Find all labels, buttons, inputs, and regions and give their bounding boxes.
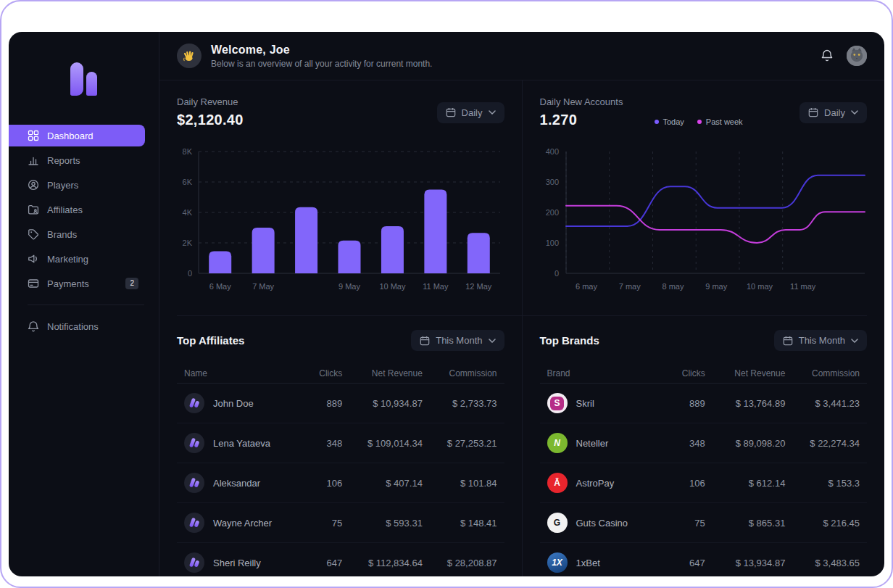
svg-text:8K: 8K	[183, 147, 193, 156]
chevron-down-icon	[851, 339, 858, 343]
row-name: Wayne Archer	[213, 518, 272, 529]
brands-range-dropdown[interactable]: This Month	[774, 330, 867, 351]
svg-text:6 may: 6 may	[576, 282, 597, 291]
svg-text:100: 100	[545, 239, 558, 247]
row-commission: $ 216.45	[785, 518, 860, 529]
sidebar-item-affiliates[interactable]: Affiliates	[9, 199, 145, 220]
sidebar-item-players[interactable]: Players	[9, 174, 145, 196]
bar-9-may[interactable]	[338, 241, 361, 273]
table-row[interactable]: SSkril889$ 13,764.89$ 3,441.23	[540, 384, 868, 423]
neteller-logo-icon: N	[547, 433, 568, 453]
sidebar-item-marketing[interactable]: Marketing	[9, 248, 145, 270]
chevron-down-icon	[851, 110, 858, 115]
row-name-cell: GGuts Casino	[547, 513, 660, 533]
user-avatar[interactable]	[847, 46, 867, 66]
notifications-bell-button[interactable]	[817, 46, 837, 66]
affiliates-column-headers: Name Clicks Net Revenue Commission	[177, 364, 504, 384]
line-series-past-week	[566, 206, 865, 243]
svg-text:9 may: 9 may	[705, 282, 727, 291]
row-name: Skril	[576, 398, 594, 409]
row-name: AstroPay	[576, 478, 615, 489]
revenue-range-label: Daily	[462, 107, 483, 118]
row-clicks: 889	[660, 398, 705, 409]
legend-dot	[697, 120, 702, 124]
row-clicks: 75	[660, 518, 705, 529]
column-net-revenue: Net Revenue	[705, 368, 786, 378]
svg-text:8 may: 8 may	[662, 282, 684, 291]
sidebar-item-notifications[interactable]: Notifications	[9, 315, 145, 337]
daily-accounts-line-chart[interactable]: 6 may7 may8 may9 may10 may11 may01002003…	[540, 141, 868, 297]
table-row[interactable]: 1X1xBet647$ 13,934.87$ 3,483.65	[540, 543, 868, 576]
chevron-down-icon	[489, 110, 496, 115]
row-commission: $ 22,274.34	[785, 438, 860, 449]
row-name-cell: Sheri Reilly	[184, 552, 297, 573]
accounts-range-dropdown[interactable]: Daily	[799, 102, 867, 123]
row-name-cell: Lena Yataeva	[184, 433, 297, 453]
sidebar-item-label: Dashboard	[47, 131, 94, 141]
app-window: DashboardReportsPlayersAffiliatesBrandsM…	[9, 32, 884, 576]
row-name-cell: ĀAstroPay	[547, 473, 660, 493]
sidebar-item-dashboard[interactable]: Dashboard	[9, 125, 145, 146]
table-row[interactable]: GGuts Casino75$ 865.31$ 216.45	[540, 503, 868, 543]
row-clicks: 106	[660, 478, 705, 489]
sidebar-item-reports[interactable]: Reports	[9, 149, 145, 171]
brands-range-label: This Month	[799, 335, 845, 346]
svg-text:300: 300	[545, 178, 558, 186]
row-commission: $ 153.3	[785, 478, 860, 489]
legend-dot	[655, 120, 659, 124]
table-row[interactable]: Aleksandar106$ 407.14$ 101.84	[177, 463, 504, 503]
revenue-range-dropdown[interactable]: Daily	[437, 102, 504, 123]
bar-12-may[interactable]	[468, 233, 490, 273]
bar-10-may[interactable]	[381, 226, 404, 273]
row-name: Neteller	[576, 438, 609, 449]
svg-text:10 may: 10 may	[746, 282, 773, 291]
daily-revenue-bar-chart[interactable]: 02K4K6K8K6 May7 May9 May10 May11 May12 M…	[177, 141, 504, 297]
sidebar: DashboardReportsPlayersAffiliatesBrandsM…	[9, 32, 159, 576]
brands-rows: SSkril889$ 13,764.89$ 3,441.23NNeteller3…	[540, 384, 868, 576]
row-net-revenue: $ 13,934.87	[705, 558, 786, 568]
grid-icon	[28, 130, 39, 141]
table-row[interactable]: John Doe889$ 10,934.87$ 2,733.73	[177, 384, 504, 423]
table-row[interactable]: NNeteller348$ 89,098.20$ 22,274.34	[540, 423, 868, 463]
table-row[interactable]: Lena Yataeva348$ 109,014.34$ 27,253.21	[177, 423, 504, 463]
sidebar-item-label: Notifications	[47, 321, 99, 332]
1xbet-logo-icon: 1X	[547, 552, 568, 573]
row-commission: $ 3,483.65	[785, 558, 860, 568]
row-net-revenue: $ 112,834.64	[342, 558, 423, 568]
svg-text:10 May: 10 May	[379, 282, 406, 291]
accounts-card-label: Daily New Accounts	[540, 96, 623, 107]
revenue-card-value: $2,120.40	[177, 112, 244, 128]
svg-text:7 May: 7 May	[252, 282, 274, 291]
logo-icon	[70, 62, 97, 96]
accounts-range-label: Daily	[824, 107, 845, 118]
sidebar-item-brands[interactable]: Brands	[9, 223, 145, 245]
bar-8-may[interactable]	[295, 207, 317, 273]
svg-text:9 May: 9 May	[338, 282, 360, 291]
sidebar-item-label: Brands	[47, 229, 77, 240]
accounts-summary: Daily New Accounts 1.270	[540, 96, 623, 128]
chevron-down-icon	[489, 339, 496, 343]
user-circle-icon	[28, 179, 39, 191]
bar-11-may[interactable]	[424, 190, 446, 274]
affiliates-range-dropdown[interactable]: This Month	[411, 330, 504, 351]
table-row[interactable]: ĀAstroPay106$ 612.14$ 153.3	[540, 463, 868, 503]
sidebar-item-label: Reports	[47, 155, 80, 166]
row-name: Aleksandar	[213, 478, 260, 489]
table-row[interactable]: Sheri Reilly647$ 112,834.64$ 28,208.87	[177, 543, 504, 576]
row-name: Lena Yataeva	[213, 438, 270, 449]
row-commission: $ 148.41	[423, 518, 497, 529]
sidebar-item-label: Affiliates	[47, 204, 83, 215]
bell-icon	[28, 320, 39, 332]
skril-logo-icon: S	[547, 393, 568, 413]
astropay-logo-icon: Ā	[547, 473, 568, 493]
row-net-revenue: $ 89,098.20	[705, 438, 786, 449]
brands-column-headers: Brand Clicks Net Revenue Commission	[540, 364, 868, 384]
column-commission: Commission	[785, 368, 860, 378]
bar-7-may[interactable]	[252, 228, 275, 273]
table-row[interactable]: Wayne Archer75$ 593.31$ 148.41	[177, 503, 504, 543]
bar-6-may[interactable]	[209, 252, 231, 273]
svg-text:6 May: 6 May	[209, 282, 231, 291]
sidebar-item-payments[interactable]: Payments2	[9, 273, 145, 294]
row-name-cell: Aleksandar	[184, 473, 297, 493]
accounts-legend: TodayPast week	[655, 117, 743, 126]
